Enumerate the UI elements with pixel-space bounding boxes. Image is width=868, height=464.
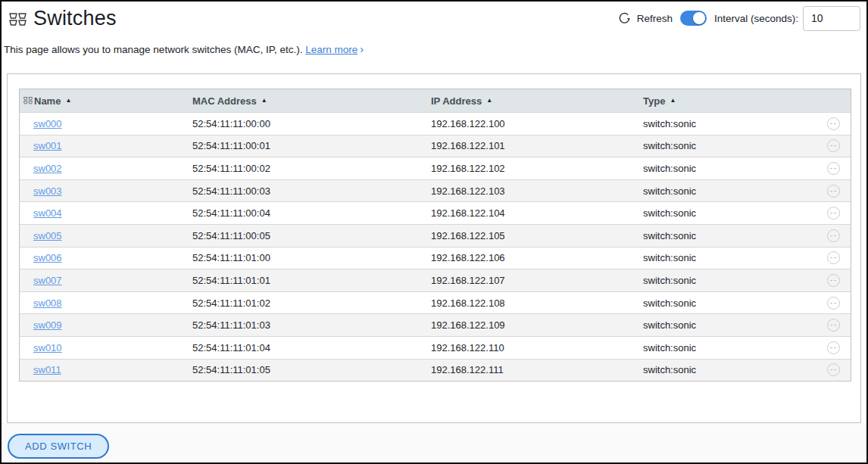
sort-asc-icon: ▲ — [65, 98, 71, 104]
minus-dash — [830, 123, 836, 124]
switch-name-link[interactable]: sw006 — [33, 252, 62, 263]
column-header-ip[interactable]: IP Address ▲ — [431, 95, 643, 107]
remove-circle-icon[interactable] — [827, 341, 840, 354]
switch-name-link[interactable]: sw007 — [33, 275, 62, 286]
column-label: Name — [34, 95, 61, 107]
switch-name-link[interactable]: sw001 — [33, 140, 62, 151]
switch-name-link[interactable]: sw003 — [33, 185, 62, 197]
cell-type: switch:sonic — [643, 163, 816, 174]
switch-name-link[interactable]: sw008 — [33, 297, 62, 309]
cell-actions — [816, 363, 851, 376]
cell-name: sw008 — [20, 297, 192, 309]
minus-dash — [830, 235, 836, 236]
cell-actions — [816, 185, 851, 198]
minus-dash — [830, 325, 836, 325]
add-switch-button[interactable]: ADD SWITCH — [8, 434, 109, 459]
interval-label: Interval (seconds): — [714, 13, 798, 24]
cell-mac-address: 52:54:11:11:01:03 — [192, 319, 431, 331]
cell-type: switch:sonic — [643, 185, 816, 197]
refresh-controls: Refresh Interval (seconds): — [618, 6, 860, 31]
remove-circle-icon[interactable] — [827, 297, 840, 310]
remove-circle-icon[interactable] — [827, 229, 840, 242]
cell-mac-address: 52:54:11:11:01:01 — [192, 275, 431, 286]
description-text: This page allows you to manage network s… — [4, 44, 302, 55]
switch-name-link[interactable]: sw004 — [33, 207, 62, 219]
switches-card: Name ▲ MAC Address ▲ IP Address ▲ Type ▲ — [7, 73, 861, 423]
switch-name-link[interactable]: sw000 — [33, 118, 62, 129]
table-row: sw011 52:54:11:11:01:05 192.168.122.111 … — [20, 359, 851, 381]
page-title: Switches — [33, 7, 117, 30]
column-label: Type — [643, 95, 665, 107]
cell-ip-address: 192.168.122.100 — [431, 118, 643, 129]
topbar: Switches Refresh Interval (seconds): — [2, 2, 866, 35]
table-row: sw004 52:54:11:11:00:04 192.168.122.104 … — [20, 201, 851, 224]
sort-asc-icon: ▲ — [261, 98, 267, 104]
remove-circle-icon[interactable] — [827, 274, 840, 287]
switches-grid-icon — [9, 13, 27, 26]
cell-type: switch:sonic — [643, 230, 816, 241]
cell-name: sw002 — [20, 163, 192, 174]
cell-mac-address: 52:54:11:11:00:05 — [192, 230, 431, 241]
table-row: sw010 52:54:11:11:01:04 192.168.122.110 … — [20, 336, 851, 359]
cell-mac-address: 52:54:11:11:00:02 — [192, 163, 431, 174]
remove-circle-icon[interactable] — [827, 251, 840, 264]
table-body: sw000 52:54:11:11:00:00 192.168.122.100 … — [20, 112, 851, 381]
remove-circle-icon[interactable] — [827, 319, 840, 332]
remove-circle-icon[interactable] — [827, 363, 840, 376]
table-row: sw001 52:54:11:11:00:01 192.168.122.101 … — [20, 135, 851, 157]
cell-name: sw007 — [20, 275, 192, 286]
minus-dash — [830, 191, 836, 192]
table-row: sw007 52:54:11:11:01:01 192.168.122.107 … — [20, 269, 851, 291]
cell-type: switch:sonic — [643, 342, 816, 353]
learn-more-link[interactable]: Learn more — [305, 44, 358, 55]
column-header-mac[interactable]: MAC Address ▲ — [192, 95, 431, 107]
sort-asc-icon: ▲ — [486, 98, 492, 104]
cell-mac-address: 52:54:11:11:00:00 — [192, 118, 431, 129]
cell-type: switch:sonic — [643, 118, 816, 129]
switch-name-link[interactable]: sw002 — [33, 163, 62, 174]
column-header-type[interactable]: Type ▲ — [643, 95, 816, 107]
minus-dash — [830, 303, 836, 304]
minus-dash — [830, 257, 836, 258]
interval-input[interactable] — [803, 6, 860, 31]
cell-type: switch:sonic — [643, 275, 816, 286]
refresh-label: Refresh — [637, 13, 673, 24]
table-header: Name ▲ MAC Address ▲ IP Address ▲ Type ▲ — [20, 89, 851, 112]
toggle-knob — [693, 12, 705, 24]
switches-page: Switches Refresh Interval (seconds): Thi… — [0, 0, 868, 464]
switch-name-link[interactable]: sw009 — [33, 319, 62, 331]
minus-dash — [830, 145, 836, 146]
cell-ip-address: 192.168.122.106 — [431, 252, 643, 263]
refresh-circular-arrow-icon[interactable] — [618, 12, 631, 25]
switches-grid-mini-icon — [23, 97, 33, 104]
switch-name-link[interactable]: sw010 — [33, 342, 62, 353]
column-header-name[interactable]: Name ▲ — [20, 95, 192, 107]
remove-circle-icon[interactable] — [827, 207, 840, 220]
cell-name: sw001 — [20, 140, 192, 151]
cell-ip-address: 192.168.122.110 — [431, 342, 643, 353]
cell-type: switch:sonic — [643, 319, 816, 331]
table-row: sw003 52:54:11:11:00:03 192.168.122.103 … — [20, 179, 851, 202]
cell-actions — [816, 341, 851, 354]
cell-mac-address: 52:54:11:11:00:04 — [192, 207, 431, 219]
refresh-toggle[interactable] — [680, 11, 707, 26]
table-row: sw008 52:54:11:11:01:02 192.168.122.108 … — [20, 291, 851, 314]
table-row: sw005 52:54:11:11:00:05 192.168.122.105 … — [20, 224, 851, 247]
table-row: sw006 52:54:11:11:01:00 192.168.122.106 … — [20, 247, 851, 269]
minus-dash — [830, 213, 836, 213]
cell-actions — [816, 297, 851, 310]
cell-type: switch:sonic — [643, 207, 816, 219]
cell-ip-address: 192.168.122.109 — [431, 319, 643, 331]
cell-actions — [816, 229, 851, 242]
remove-circle-icon[interactable] — [827, 117, 840, 130]
minus-dash — [830, 280, 836, 281]
switch-name-link[interactable]: sw011 — [33, 364, 61, 375]
cell-ip-address: 192.168.122.101 — [431, 140, 643, 151]
table-row: sw002 52:54:11:11:00:02 192.168.122.102 … — [20, 157, 851, 179]
cell-ip-address: 192.168.122.107 — [431, 275, 643, 286]
cell-ip-address: 192.168.122.108 — [431, 297, 643, 309]
remove-circle-icon[interactable] — [827, 185, 840, 198]
remove-circle-icon[interactable] — [827, 162, 840, 175]
remove-circle-icon[interactable] — [827, 139, 840, 152]
switch-name-link[interactable]: sw005 — [33, 230, 62, 241]
